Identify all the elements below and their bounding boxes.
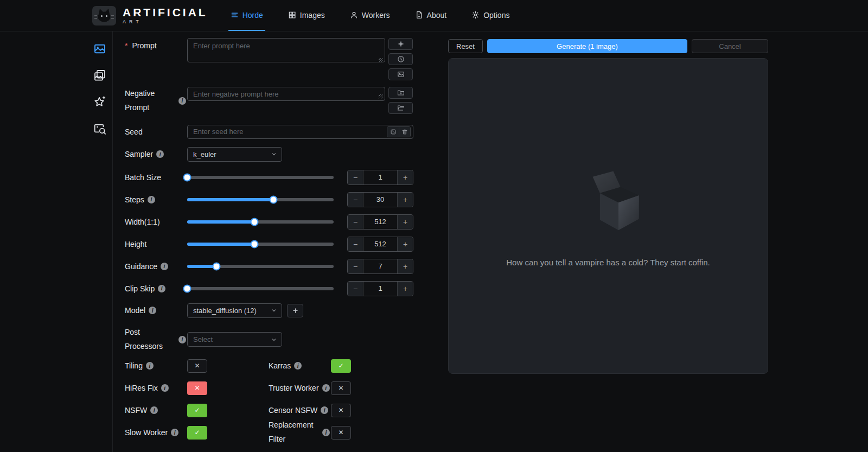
generate-button[interactable]: Generate (1 image) <box>487 39 687 53</box>
brand-logo[interactable]: ARTIFICIAL ART <box>92 6 208 26</box>
batch-size-slider[interactable] <box>187 176 334 179</box>
info-icon[interactable]: i <box>156 150 164 158</box>
increase-button[interactable]: + <box>397 193 413 207</box>
slow-worker-toggle[interactable]: ✓ <box>187 426 207 440</box>
increase-button[interactable]: + <box>397 259 413 273</box>
clip-skip-value[interactable]: 1 <box>363 282 397 296</box>
model-select[interactable]: stable_diffusion (12) <box>187 303 282 318</box>
increase-button[interactable]: + <box>397 237 413 251</box>
info-icon[interactable]: i <box>158 285 165 292</box>
prompt-input[interactable] <box>187 38 385 62</box>
prompt-buttons <box>388 38 413 80</box>
nav-tab-options[interactable]: Options <box>469 0 512 31</box>
guidance-row: Guidance i − 7 + <box>125 259 418 274</box>
replacement-filter-toggle[interactable]: ✕ <box>331 426 351 440</box>
width-value[interactable]: 512 <box>363 215 397 229</box>
sidebar-item-gallery[interactable] <box>93 69 106 82</box>
random-seed-button[interactable] <box>387 127 399 137</box>
info-icon[interactable]: i <box>161 384 169 392</box>
reset-button[interactable]: Reset <box>448 39 483 53</box>
info-icon[interactable]: i <box>178 97 186 105</box>
sidebar-item-generate[interactable] <box>93 42 106 55</box>
info-icon[interactable]: i <box>321 406 328 414</box>
slider-handle[interactable] <box>251 240 259 248</box>
clear-seed-button[interactable] <box>399 127 410 137</box>
action-buttons: Reset Generate (1 image) Cancel <box>448 39 768 53</box>
grid-icon <box>288 11 296 19</box>
increase-button[interactable]: + <box>397 282 413 296</box>
hires-fix-toggle[interactable]: ✕ <box>187 381 207 395</box>
prompt-field-wrap <box>187 38 385 65</box>
decrease-button[interactable]: − <box>348 282 363 296</box>
slider-handle[interactable] <box>251 218 259 226</box>
decrease-button[interactable]: − <box>348 259 363 273</box>
info-icon[interactable]: i <box>150 406 158 414</box>
decrease-button[interactable]: − <box>348 237 363 251</box>
image-to-image-button[interactable] <box>388 68 413 80</box>
info-icon[interactable]: i <box>322 429 330 436</box>
slider-handle[interactable] <box>270 195 278 203</box>
batch-size-value[interactable]: 1 <box>363 170 397 184</box>
prompt-history-button[interactable] <box>388 53 413 65</box>
guidance-stepper: − 7 + <box>347 259 413 274</box>
guidance-slider[interactable] <box>187 265 334 268</box>
save-prompt-button[interactable] <box>388 87 413 99</box>
seed-field-wrap <box>187 125 413 139</box>
slider-handle[interactable] <box>183 284 192 292</box>
info-icon[interactable]: i <box>322 384 330 392</box>
info-icon[interactable]: i <box>146 362 154 370</box>
add-model-button[interactable] <box>287 304 303 317</box>
trusted-worker-toggle[interactable]: ✕ <box>331 381 351 395</box>
generation-form: * Prompt <box>113 31 418 452</box>
load-prompt-button[interactable] <box>388 102 413 114</box>
info-icon[interactable]: i <box>161 263 168 270</box>
guidance-value[interactable]: 7 <box>363 259 397 273</box>
model-label-text: Model <box>125 306 145 315</box>
tiling-toggle[interactable]: ✕ <box>187 359 207 373</box>
info-icon[interactable]: i <box>171 429 178 436</box>
info-icon[interactable]: i <box>148 196 155 203</box>
steps-slider[interactable] <box>187 198 334 201</box>
height-slider[interactable] <box>187 243 334 246</box>
nav-tab-about[interactable]: About <box>413 0 449 31</box>
replacement-filter-label: Replacement Filter i <box>269 418 331 447</box>
sidebar-item-browse[interactable] <box>93 122 106 135</box>
preview-panel: How can you tell a vampire has a cold? T… <box>448 58 768 374</box>
decrease-button[interactable]: − <box>348 215 363 229</box>
nav-tab-horde[interactable]: Horde <box>228 0 265 31</box>
increase-button[interactable]: + <box>397 215 413 229</box>
nav-tab-workers[interactable]: Workers <box>348 0 392 31</box>
sampler-select[interactable]: k_euler <box>187 147 282 162</box>
info-icon[interactable]: i <box>294 362 302 370</box>
toggle-row: NSFW i ✓ Censor NSFW i ✕ <box>125 404 418 417</box>
clip-skip-slider[interactable] <box>187 287 334 290</box>
post-processors-placeholder: Select <box>193 335 213 343</box>
steps-value[interactable]: 30 <box>363 193 397 207</box>
decrease-button[interactable]: − <box>348 170 363 184</box>
sampler-label-text: Sampler <box>125 150 153 158</box>
nsfw-toggle[interactable]: ✓ <box>187 404 207 417</box>
brand-text: ARTIFICIAL ART <box>123 7 208 24</box>
increase-button[interactable]: + <box>397 170 413 184</box>
cancel-button[interactable]: Cancel <box>692 39 768 53</box>
info-icon[interactable]: i <box>149 307 156 314</box>
sidebar-item-favorites[interactable] <box>93 96 106 109</box>
sampler-row: Sampler i k_euler <box>125 147 418 162</box>
slider-handle[interactable] <box>183 173 192 181</box>
karras-toggle[interactable]: ✓ <box>331 359 351 373</box>
seed-input[interactable] <box>187 125 413 139</box>
nav-tab-images[interactable]: Images <box>286 0 327 31</box>
nav-label: Horde <box>242 11 263 20</box>
info-icon[interactable]: i <box>178 336 186 343</box>
random-prompt-button[interactable] <box>388 38 413 50</box>
negative-prompt-input[interactable] <box>187 87 385 101</box>
width-slider[interactable] <box>187 220 334 224</box>
negative-field-wrap <box>187 87 385 101</box>
prompt-label: * Prompt <box>125 38 187 50</box>
height-value[interactable]: 512 <box>363 237 397 251</box>
censor-nsfw-toggle[interactable]: ✕ <box>331 404 351 417</box>
decrease-button[interactable]: − <box>348 193 363 207</box>
post-processors-select[interactable]: Select <box>187 332 282 347</box>
slider-handle[interactable] <box>213 262 221 270</box>
seed-label-text: Seed <box>125 128 143 136</box>
